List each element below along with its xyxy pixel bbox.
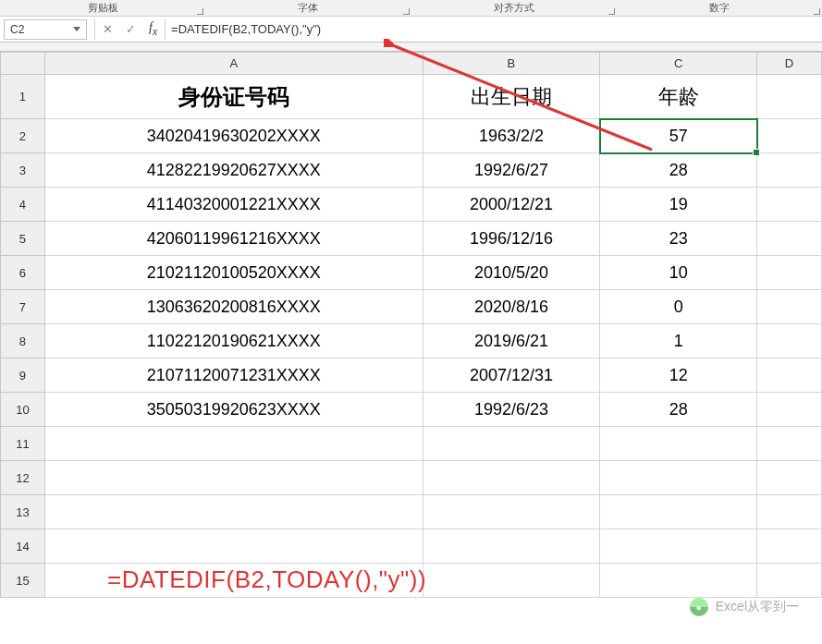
ribbon-group-font[interactable]: 字体 — [205, 0, 411, 16]
spreadsheet-grid[interactable]: A B C D 1 身份证号码 出生日期 年龄 2 34020419630202… — [0, 52, 822, 598]
cell-B3[interactable]: 1992/6/27 — [423, 153, 600, 188]
cell-C15[interactable] — [600, 564, 757, 598]
cell-A11[interactable] — [44, 427, 423, 461]
name-box[interactable]: C2 — [4, 19, 87, 40]
row-header-15[interactable]: 15 — [1, 564, 45, 598]
cell-B13[interactable] — [423, 495, 600, 529]
ribbon-group-number[interactable]: 数字 — [617, 0, 822, 16]
cell-D3[interactable] — [757, 153, 822, 188]
table-row: 9 21071120071231XXXX 2007/12/31 12 — [1, 358, 822, 393]
cell-C1[interactable]: 年龄 — [600, 75, 757, 119]
cell-B10[interactable]: 1992/6/23 — [423, 393, 600, 427]
row-header-12[interactable]: 12 — [1, 461, 45, 495]
row-header-6[interactable]: 6 — [1, 256, 45, 290]
cell-B7[interactable]: 2020/8/16 — [423, 290, 600, 324]
cell-A6[interactable]: 21021120100520XXXX — [44, 256, 423, 290]
cell-B11[interactable] — [423, 427, 600, 461]
cell-A7[interactable]: 13063620200816XXXX — [44, 290, 423, 324]
row-header-13[interactable]: 13 — [1, 495, 45, 529]
cell-D5[interactable] — [757, 222, 822, 256]
table-row: 8 11022120190621XXXX 2019/6/21 1 — [1, 324, 822, 358]
cell-B2[interactable]: 1963/2/2 — [423, 119, 600, 153]
row-header-3[interactable]: 3 — [1, 153, 45, 188]
row-header-4[interactable]: 4 — [1, 188, 45, 222]
cell-A10[interactable]: 35050319920623XXXX — [44, 393, 423, 427]
cell-C7[interactable]: 0 — [600, 290, 757, 324]
cell-D2[interactable] — [757, 119, 822, 153]
cell-C8[interactable]: 1 — [600, 324, 757, 358]
select-all-corner[interactable] — [1, 53, 45, 75]
table-row: 5 42060119961216XXXX 1996/12/16 23 — [1, 222, 822, 256]
formula-input[interactable]: =DATEDIF(B2,TODAY(),"y") — [165, 19, 822, 40]
cell-A9[interactable]: 21071120071231XXXX — [44, 358, 423, 393]
row-header-11[interactable]: 11 — [1, 427, 45, 461]
cell-C4[interactable]: 19 — [600, 188, 757, 222]
cell-C11[interactable] — [600, 427, 757, 461]
cell-C14[interactable] — [600, 529, 757, 564]
row-header-7[interactable]: 7 — [1, 290, 45, 324]
cell-B6[interactable]: 2010/5/20 — [423, 256, 600, 290]
cell-A4[interactable]: 41140320001221XXXX — [44, 188, 423, 222]
row-header-8[interactable]: 8 — [1, 324, 45, 358]
ribbon-group-alignment[interactable]: 对齐方式 — [411, 0, 617, 16]
cell-C12[interactable] — [600, 461, 757, 495]
row-header-1[interactable]: 1 — [1, 75, 45, 119]
cell-B9[interactable]: 2007/12/31 — [423, 358, 600, 393]
cell-C5[interactable]: 23 — [600, 222, 757, 256]
cell-D14[interactable] — [757, 529, 822, 564]
cell-A13[interactable] — [44, 495, 423, 529]
formula-bar-buttons: ✕ ✓ fx — [94, 19, 165, 40]
fx-icon[interactable]: fx — [149, 20, 157, 38]
row-header-14[interactable]: 14 — [1, 529, 45, 564]
table-row: 3 41282219920627XXXX 1992/6/27 28 — [1, 153, 822, 188]
cell-D13[interactable] — [757, 495, 822, 529]
cell-D6[interactable] — [757, 256, 822, 290]
cell-D1[interactable] — [757, 75, 822, 119]
cell-C10[interactable]: 28 — [600, 393, 757, 427]
cell-A5[interactable]: 42060119961216XXXX — [44, 222, 423, 256]
column-header-C[interactable]: C — [600, 53, 757, 75]
cell-D8[interactable] — [757, 324, 822, 358]
cell-D10[interactable] — [757, 393, 822, 427]
cell-B8[interactable]: 2019/6/21 — [423, 324, 600, 358]
row-header-10[interactable]: 10 — [1, 393, 45, 427]
cell-D11[interactable] — [757, 427, 822, 461]
enter-icon[interactable]: ✓ — [126, 22, 136, 36]
cell-C6[interactable]: 10 — [600, 256, 757, 290]
cell-B4[interactable]: 2000/12/21 — [423, 188, 600, 222]
cell-B1[interactable]: 出生日期 — [423, 75, 600, 119]
ribbon-group-clipboard[interactable]: 剪贴板 — [0, 0, 205, 16]
row-header-5[interactable]: 5 — [1, 222, 45, 256]
cell-C13[interactable] — [600, 495, 757, 529]
name-box-dropdown-icon[interactable] — [73, 27, 80, 31]
cell-A3[interactable]: 41282219920627XXXX — [44, 153, 423, 188]
cell-A1[interactable]: 身份证号码 — [44, 75, 423, 119]
cell-B15[interactable] — [423, 564, 600, 598]
cell-C3[interactable]: 28 — [600, 153, 757, 188]
cell-D12[interactable] — [757, 461, 822, 495]
cell-D9[interactable] — [757, 358, 822, 393]
cell-A14[interactable] — [44, 529, 423, 564]
cell-C2[interactable]: 57 — [600, 119, 757, 153]
cell-A8[interactable]: 11022120190621XXXX — [44, 324, 423, 358]
cell-A2[interactable]: 34020419630202XXXX — [44, 119, 423, 153]
cell-B14[interactable] — [423, 529, 600, 564]
watermark: ● Excel从零到一 — [690, 598, 799, 616]
column-header-A[interactable]: A — [44, 53, 423, 75]
row-header-2[interactable]: 2 — [1, 119, 45, 153]
row-header-9[interactable]: 9 — [1, 358, 45, 393]
cell-C9[interactable]: 12 — [600, 358, 757, 393]
cancel-icon[interactable]: ✕ — [103, 22, 113, 36]
cell-D7[interactable] — [757, 290, 822, 324]
cell-A12[interactable] — [44, 461, 423, 495]
wechat-icon: ● — [690, 598, 708, 616]
table-row: 13 — [1, 495, 822, 529]
cell-B12[interactable] — [423, 461, 600, 495]
cell-B5[interactable]: 1996/12/16 — [423, 222, 600, 256]
ribbon-groups: 剪贴板 字体 对齐方式 数字 — [0, 0, 822, 17]
table-row: 10 35050319920623XXXX 1992/6/23 28 — [1, 393, 822, 427]
cell-D4[interactable] — [757, 188, 822, 222]
column-header-B[interactable]: B — [423, 53, 600, 75]
column-header-D[interactable]: D — [757, 53, 822, 75]
cell-D15[interactable] — [757, 564, 822, 598]
